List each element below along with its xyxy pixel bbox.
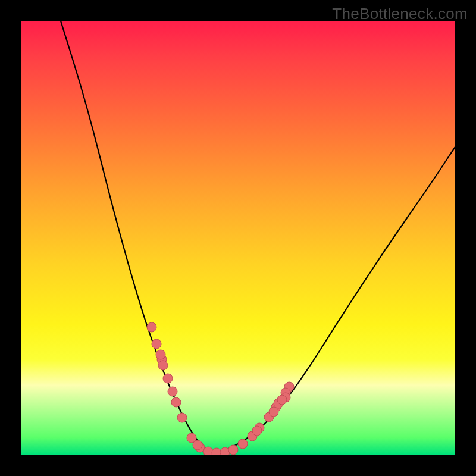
- marker-dot: [277, 395, 287, 405]
- curve-right: [212, 140, 455, 452]
- marker-dot: [156, 350, 165, 359]
- marker-dot: [228, 445, 238, 455]
- marker-dot: [171, 397, 181, 407]
- chart-area: [21, 21, 455, 455]
- curve-left: [57, 21, 212, 452]
- chart-svg: [21, 21, 455, 455]
- marker-dot: [163, 374, 173, 383]
- marker-dot: [252, 426, 262, 436]
- watermark-text: TheBottleneck.com: [332, 5, 468, 23]
- marker-dot: [177, 413, 187, 422]
- marker-dot: [168, 387, 177, 396]
- marker-dot: [269, 407, 278, 416]
- marker-dot: [212, 448, 221, 455]
- marker-dot: [147, 322, 156, 332]
- marker-dot: [158, 361, 168, 370]
- marker-dot: [152, 339, 161, 349]
- marker-dot: [193, 440, 202, 450]
- marker-dot: [220, 447, 230, 455]
- marker-group: [147, 322, 294, 455]
- marker-dot: [238, 439, 248, 449]
